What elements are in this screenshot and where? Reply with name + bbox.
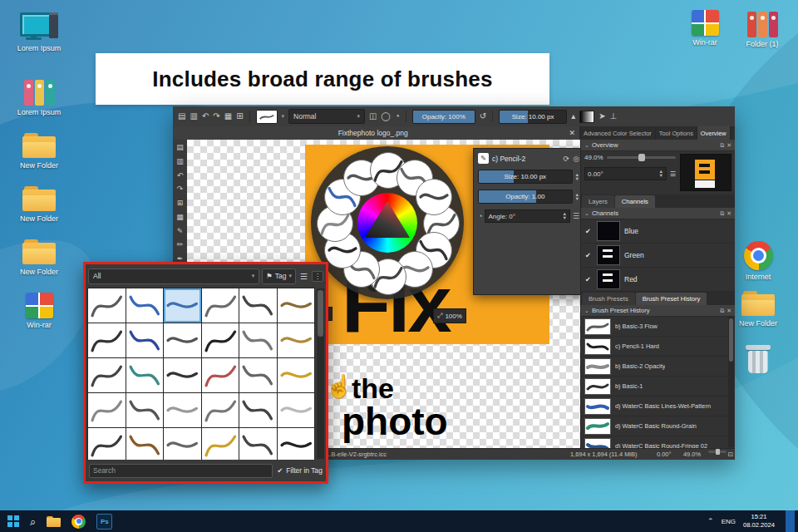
grid-icon[interactable]: ▦ (224, 112, 232, 121)
wrap-icon[interactable]: ◔ (395, 112, 400, 121)
search-icon[interactable]: ⌕ (30, 516, 36, 527)
desktop-icon-folder[interactable]: New Folder (12, 186, 66, 223)
zoom-slider[interactable] (607, 156, 676, 159)
tool-icon[interactable]: ⊞ (177, 197, 184, 210)
desktop-icon-binders[interactable]: Folder (1) (736, 10, 789, 48)
angle-dial-icon[interactable]: ◔ (478, 212, 482, 220)
brush-preset-thumb[interactable] (126, 428, 164, 460)
tab-brush-presets[interactable]: Brush Presets (582, 293, 635, 305)
blend-mode-dropdown[interactable]: Normal ▾ (288, 109, 365, 124)
reload-icon[interactable]: ⟳ (564, 155, 570, 163)
popup-opacity-slider[interactable]: Opacity: 1.00 (478, 190, 573, 204)
desktop-icon-computer[interactable]: Lorem Ipsum (12, 12, 66, 52)
close-icon[interactable]: ✕ (727, 308, 732, 314)
brush-preview-dropdown[interactable] (256, 110, 278, 124)
zoom-badge[interactable]: ⤢ 100% (433, 308, 466, 323)
brush-preset-thumb[interactable] (239, 358, 277, 392)
brush-preset-thumb[interactable] (202, 288, 239, 323)
channel-row[interactable]: ✔ Red (581, 268, 735, 292)
desktop-icon-winrar[interactable]: Win-rar (12, 293, 66, 329)
tool-icon[interactable]: ▥ (176, 155, 184, 169)
brush-preset-thumb[interactable] (278, 323, 315, 357)
float-icon[interactable]: ⧉ (720, 308, 724, 314)
brush-history-item[interactable]: b) Basic-3 Flow (581, 317, 735, 337)
tray-expand-icon[interactable]: ⌃ (707, 517, 714, 525)
show-desktop-button[interactable] (786, 510, 795, 532)
preset-filter-dropdown[interactable]: All ▾ (88, 268, 259, 284)
tab-overview[interactable]: Overview (697, 126, 731, 140)
rotation-spinner[interactable]: 0.00° ▲▼ (584, 167, 667, 180)
display-options-icon[interactable]: ☰ (298, 272, 309, 281)
check-icon[interactable]: ✔ (585, 252, 593, 259)
file-explorer-icon[interactable] (47, 516, 61, 527)
tool-icon[interactable]: ▤ (176, 141, 184, 155)
brush-preset-thumb[interactable] (126, 393, 164, 427)
language-indicator[interactable]: ENG (722, 518, 736, 525)
close-icon[interactable]: ✕ (569, 129, 575, 137)
brush-preset-thumb[interactable] (278, 393, 315, 427)
save-icon[interactable]: ▥ (190, 112, 197, 121)
channel-row[interactable]: ✔ Green (581, 244, 735, 268)
tool-icon[interactable]: ✏ (177, 239, 184, 252)
tab-tool-options[interactable]: Tool Options (656, 126, 697, 140)
search-input[interactable] (89, 464, 273, 478)
brush-preset-thumb[interactable] (88, 393, 126, 427)
reload-icon[interactable]: ↺ (480, 112, 486, 121)
spinner-arrows[interactable]: ▲▼ (575, 173, 579, 181)
brush-preset-thumb[interactable] (164, 393, 201, 427)
filter-in-tag-checkbox[interactable]: ✔ Filter in Tag (278, 466, 323, 475)
brush-preset-thumb[interactable] (164, 288, 201, 323)
close-icon[interactable]: ✕ (727, 142, 732, 149)
float-icon[interactable]: ⧉ (720, 142, 724, 149)
scrollbar[interactable] (728, 317, 734, 447)
chevron-down-icon[interactable]: ⌄ (584, 210, 589, 217)
brush-preset-thumb[interactable] (239, 323, 277, 357)
brush-selector-wheel[interactable]: ↻ ➤ (311, 146, 464, 299)
popup-size-slider[interactable]: Size: 10.00 px (478, 170, 573, 184)
detach-icon[interactable]: ◎ (573, 155, 579, 163)
brush-preset-thumb[interactable] (278, 358, 315, 392)
tab-layers[interactable]: Layers (582, 195, 614, 208)
angle-spinner[interactable]: Angle: 0° ▲▼ (485, 209, 569, 223)
brush-preset-thumb[interactable] (278, 288, 315, 323)
brush-history-item[interactable]: b) Basic-2 Opacity (581, 357, 735, 377)
hsv-triangle[interactable] (365, 201, 410, 243)
brush-preset-thumb[interactable] (239, 288, 277, 323)
chevron-down-icon[interactable]: ⌄ (584, 142, 589, 149)
pattern-icon[interactable]: ➤ (598, 112, 605, 121)
check-icon[interactable]: ✔ (585, 276, 593, 283)
brush-preset-thumb[interactable] (164, 358, 201, 392)
chevron-down-icon[interactable]: ⌄ (584, 308, 589, 314)
brush-preset-thumb[interactable] (88, 358, 126, 392)
brush-preset-thumb[interactable] (164, 428, 201, 460)
tool-icon[interactable]: ▦ (176, 211, 184, 224)
mirror-icon[interactable]: ⊥ (610, 112, 618, 121)
brush-preset-thumb[interactable] (202, 358, 239, 392)
snap-icon[interactable]: ⊞ (236, 112, 243, 121)
close-icon[interactable]: ✕ (727, 210, 732, 217)
check-icon[interactable]: ✔ (585, 228, 593, 235)
clock[interactable]: 15:21 08.02.2024 (743, 513, 775, 530)
tab-channels[interactable]: Channels (615, 195, 655, 208)
undo-icon[interactable]: ↶ (202, 112, 209, 121)
brush-history-item[interactable]: d) WaterC Basic Round-Grain (581, 416, 735, 436)
tab-brush-preset-history[interactable]: Brush Preset History (636, 293, 707, 305)
brush-preset-thumb[interactable] (239, 428, 277, 460)
brush-preset-thumb[interactable] (126, 323, 164, 357)
brush-preset-thumb[interactable] (278, 428, 315, 460)
menu-icon[interactable]: ☰ (573, 212, 579, 220)
brush-preset-thumb[interactable] (126, 288, 164, 323)
brush-history-item[interactable]: b) Basic-1 (581, 377, 735, 397)
tag-dropdown[interactable]: ⚑ Tag ▾ (262, 268, 296, 284)
tool-icon[interactable]: ✎ (177, 225, 184, 239)
brush-preset-thumb[interactable] (88, 323, 126, 357)
brush-preset-thumb[interactable] (126, 358, 164, 392)
desktop-icon-recycle-bin[interactable] (735, 345, 781, 374)
brush-history-item[interactable]: c) Pencil-1 Hard (581, 337, 735, 357)
overview-thumbnail[interactable] (680, 154, 732, 191)
brush-preset-thumb[interactable] (88, 428, 126, 460)
brush-preset-thumb[interactable] (202, 428, 239, 460)
detach-icon[interactable]: ⋮ (312, 271, 323, 282)
color-wheel[interactable] (357, 193, 417, 253)
gradient-swatch[interactable] (579, 111, 594, 123)
